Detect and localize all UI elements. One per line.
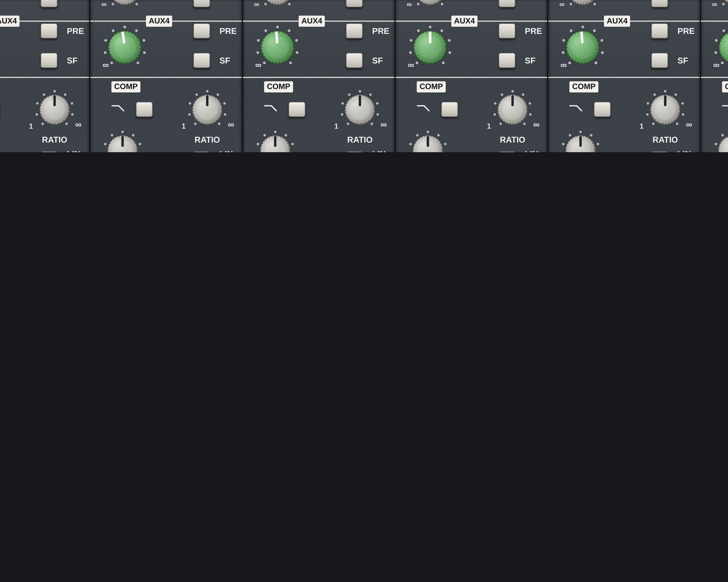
channel-strip: ∞ AUX4 ∞ PRE SF COMP 1 ∞ RATIO LIN REL +…	[394, 0, 547, 152]
comp-knee-button[interactable]	[289, 102, 305, 117]
comp-knee-icon	[111, 104, 125, 112]
comp-section-line	[0, 77, 89, 78]
aux4-pre-button[interactable]	[499, 23, 515, 38]
comp-threshold-knob[interactable]	[711, 129, 728, 152]
aux4-infinity-tick-label: ∞	[103, 61, 109, 69]
aux4-infinity-tick-label: ∞	[713, 61, 720, 69]
partial-button[interactable]	[499, 0, 515, 7]
aux4-sf-label: SF	[525, 56, 536, 64]
comp-section-label: COMP	[569, 81, 598, 92]
comp-knee-icon	[569, 104, 583, 112]
ratio-min-label: 1	[29, 122, 33, 130]
aux4-pre-label: PRE	[677, 27, 695, 35]
ratio-knob[interactable]	[33, 88, 76, 131]
aux4-pre-button[interactable]	[193, 23, 210, 38]
lin-rel-button[interactable]	[346, 151, 363, 152]
comp-section-line	[701, 77, 728, 78]
comp-knee-button[interactable]	[441, 102, 458, 117]
ratio-knob[interactable]	[644, 88, 687, 131]
ratio-max-label: ∞	[228, 121, 234, 129]
comp-knee-icon	[417, 104, 430, 112]
lin-rel-label: LIN REL	[219, 150, 242, 152]
aux4-pre-label: PRE	[525, 27, 542, 35]
ratio-label: RATIO	[490, 135, 535, 144]
aux3-infinity-tick-label: ∞	[101, 1, 107, 8]
aux3-infinity-tick-label: ∞	[560, 1, 565, 8]
aux3-level-knob-partial[interactable]	[561, 0, 604, 11]
aux4-sf-button[interactable]	[41, 53, 57, 68]
lin-rel-label: LIN REL	[67, 150, 89, 152]
aux4-sf-label: SF	[677, 56, 688, 64]
aux3-infinity-tick-label: ∞	[712, 1, 717, 8]
partial-button[interactable]	[41, 0, 57, 7]
aux4-pre-label: PRE	[219, 27, 237, 35]
console-panel: ∞ AUX4 ∞ PRE SF COMP 1 ∞ RATIO LIN REL +…	[0, 0, 728, 152]
comp-knee-icon	[722, 104, 728, 112]
aux4-section-label: AUX4	[146, 16, 173, 27]
aux4-infinity-tick-label: ∞	[255, 61, 262, 69]
comp-threshold-knob[interactable]	[406, 129, 450, 152]
comp-section-line	[396, 77, 547, 78]
channel-strip: ∞ AUX4 ∞ PRE SF COMP 1 ∞ RATIO LIN REL +…	[700, 0, 728, 152]
ratio-min-label: 1	[182, 122, 186, 130]
aux4-section-label: AUX4	[0, 16, 20, 27]
aux3-level-knob-partial[interactable]	[256, 0, 299, 11]
aux4-section-label: AUX4	[298, 16, 325, 27]
ratio-min-label: 1	[334, 122, 338, 130]
ratio-max-label: ∞	[686, 121, 692, 129]
channel-strip: ∞ AUX4 ∞ PRE SF COMP 1 ∞ RATIO LIN REL +…	[242, 0, 394, 152]
aux4-section-label: AUX4	[604, 16, 630, 27]
comp-section-label: COMP	[111, 81, 140, 92]
partial-button[interactable]	[651, 0, 668, 7]
ratio-label: RATIO	[338, 135, 382, 144]
aux3-infinity-tick-label: ∞	[254, 1, 259, 8]
ratio-knob[interactable]	[338, 88, 382, 131]
comp-section-label: COMP	[722, 81, 728, 92]
channel-strip: ∞ AUX4 ∞ PRE SF COMP 1 ∞ RATIO LIN REL +…	[547, 0, 700, 152]
aux4-sf-button[interactable]	[193, 53, 210, 68]
comp-section-line	[90, 77, 242, 78]
ratio-label: RATIO	[32, 135, 77, 144]
ratio-max-label: ∞	[381, 121, 387, 129]
aux4-infinity-tick-label: ∞	[561, 61, 567, 69]
comp-knee-icon	[264, 104, 278, 112]
ratio-knob[interactable]	[491, 88, 534, 131]
comp-knee-button[interactable]	[594, 102, 610, 117]
lin-rel-button[interactable]	[499, 151, 515, 152]
aux4-pre-label: PRE	[67, 27, 84, 35]
aux4-pre-button[interactable]	[41, 23, 57, 38]
aux4-pre-button[interactable]	[651, 23, 668, 38]
channel-strip: ∞ AUX4 ∞ PRE SF COMP 1 ∞ RATIO LIN REL +…	[0, 0, 89, 152]
comp-threshold-knob[interactable]	[254, 129, 297, 152]
aux4-sf-button[interactable]	[346, 53, 363, 68]
aux4-sf-button[interactable]	[651, 53, 668, 68]
comp-section-label: COMP	[264, 81, 293, 92]
partial-button[interactable]	[346, 0, 363, 7]
aux4-pre-button[interactable]	[346, 23, 363, 38]
ratio-knob[interactable]	[185, 88, 229, 131]
aux4-section-label: AUX4	[451, 16, 477, 27]
comp-threshold-knob[interactable]	[101, 129, 144, 152]
aux3-level-knob-partial[interactable]	[103, 0, 147, 11]
aux4-sf-label: SF	[372, 56, 383, 64]
ratio-label: RATIO	[643, 135, 687, 144]
lin-rel-button[interactable]	[193, 151, 210, 152]
aux3-level-knob-partial[interactable]	[409, 0, 452, 11]
console-stage: ∞ AUX4 ∞ PRE SF COMP 1 ∞ RATIO LIN REL +…	[0, 0, 728, 152]
aux4-sf-label: SF	[67, 56, 77, 64]
partial-button[interactable]	[193, 0, 210, 7]
lin-rel-label: LIN REL	[525, 150, 547, 152]
lin-rel-button[interactable]	[651, 151, 668, 152]
aux4-sf-label: SF	[219, 56, 230, 64]
comp-threshold-knob[interactable]	[559, 129, 602, 152]
comp-knee-button[interactable]	[136, 102, 153, 117]
lin-rel-label: LIN REL	[677, 150, 700, 152]
aux4-sf-button[interactable]	[499, 53, 515, 68]
lin-rel-label: LIN REL	[372, 150, 394, 152]
lin-rel-button[interactable]	[41, 151, 57, 152]
aux4-pre-label: PRE	[372, 27, 389, 35]
channel-strip: ∞ AUX4 ∞ PRE SF COMP 1 ∞ RATIO LIN REL +…	[89, 0, 242, 152]
ratio-min-label: 1	[640, 122, 644, 130]
ratio-max-label: ∞	[533, 121, 540, 129]
comp-section-label: COMP	[417, 81, 446, 92]
